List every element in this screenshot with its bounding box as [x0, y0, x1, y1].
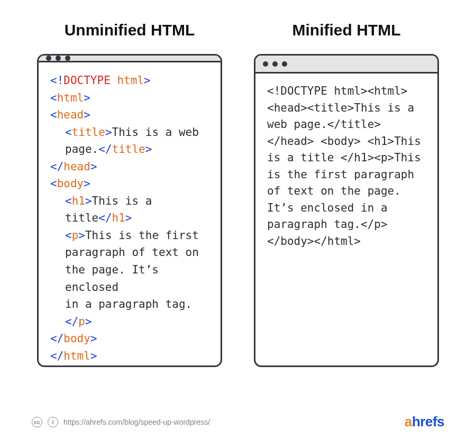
code-minified: <!DOCTYPE html><html> <head><title>This … — [255, 74, 437, 365]
code-line: in a paragraph tag.</p> — [50, 296, 210, 330]
window-dot-icon — [282, 61, 287, 67]
window-unminified: <!DOCTYPE html> <html> <head> <title>Thi… — [37, 54, 222, 367]
window-minified: <!DOCTYPE html><html> <head><title>This … — [254, 54, 439, 367]
diagram-canvas: Unminified HTML <!DOCTYPE html> <html> — [0, 0, 476, 448]
code-line: the page. It’s enclosed — [50, 261, 210, 296]
window-dot-icon — [65, 56, 70, 61]
column-unminified: Unminified HTML <!DOCTYPE html> <html> — [32, 21, 227, 367]
code-line: </body> — [50, 330, 210, 348]
code-unminified: <!DOCTYPE html> <html> <head> <title>Thi… — [39, 62, 221, 367]
ahrefs-logo: ahrefs — [405, 414, 444, 430]
column-minified: Minified HTML <!DOCTYPE html><html> <hea… — [249, 21, 444, 367]
window-dot-icon — [56, 56, 61, 61]
code-line: <p>This is the first — [50, 227, 210, 244]
source-url: https://ahrefs.com/blog/speed-up-wordpre… — [63, 418, 210, 426]
code-line: <html> — [50, 89, 210, 107]
footer: cc i https://ahrefs.com/blog/speed-up-wo… — [32, 414, 444, 430]
code-line: <head> — [50, 106, 210, 124]
code-line: <h1>This is a title</h1> — [50, 193, 210, 227]
code-line: page.</title> — [50, 141, 210, 158]
logo-rest: hrefs — [412, 414, 444, 429]
window-dot-icon — [263, 61, 268, 67]
titlebar-minified — [255, 56, 437, 74]
code-line: <title>This is a web — [50, 124, 210, 141]
code-line: </head> — [50, 158, 210, 176]
code-line: </html> — [50, 348, 210, 365]
attribution-icon: i — [48, 417, 58, 427]
footer-left: cc i https://ahrefs.com/blog/speed-up-wo… — [32, 417, 210, 427]
heading-unminified: Unminified HTML — [65, 21, 195, 39]
code-line: paragraph of text on — [50, 244, 210, 261]
logo-letter-a: a — [405, 414, 412, 429]
code-line: <!DOCTYPE html> — [50, 72, 210, 89]
titlebar-unminified — [39, 56, 221, 62]
window-dot-icon — [272, 61, 278, 67]
window-dot-icon — [46, 56, 51, 61]
cc-icon: cc — [32, 417, 42, 427]
columns: Unminified HTML <!DOCTYPE html> <html> — [32, 21, 444, 367]
heading-minified: Minified HTML — [292, 21, 401, 39]
code-line: <body> — [50, 175, 210, 193]
